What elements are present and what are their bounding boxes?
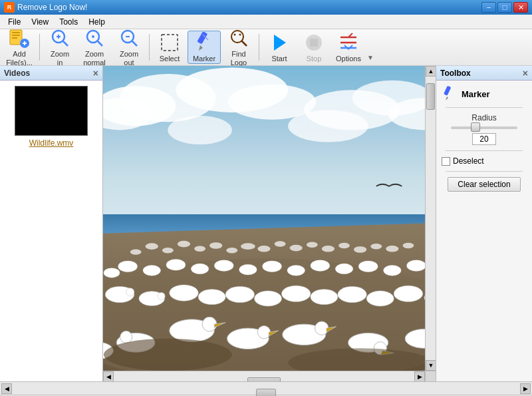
clear-selection-button[interactable]: Clear selection xyxy=(448,177,521,192)
v-scroll-down[interactable]: ▼ xyxy=(426,360,436,371)
minimize-button[interactable]: − xyxy=(481,2,496,13)
svg-point-64 xyxy=(130,249,142,254)
menu-bar: File View Tools Help xyxy=(0,15,532,29)
select-button[interactable]: Select xyxy=(153,31,186,64)
add-files-icon xyxy=(9,27,30,49)
radius-value[interactable]: 20 xyxy=(472,133,496,145)
zoom-in-button[interactable]: Zoom in xyxy=(43,31,76,64)
svg-point-49 xyxy=(162,248,174,253)
svg-point-88 xyxy=(255,291,282,306)
svg-point-58 xyxy=(307,242,318,248)
radius-slider[interactable] xyxy=(448,126,521,129)
videos-panel-close[interactable]: × xyxy=(93,69,98,78)
zoom-normal-icon xyxy=(84,27,105,49)
radius-label: Radius xyxy=(442,113,527,122)
deselect-label: Deselect xyxy=(453,156,484,166)
toolbox-title: Toolbox xyxy=(440,69,471,78)
v-scroll-up[interactable]: ▲ xyxy=(426,66,436,77)
marker-tool-icon xyxy=(442,86,458,102)
toolbox-divider xyxy=(446,107,522,108)
svg-point-23 xyxy=(239,33,241,35)
svg-rect-6 xyxy=(24,41,25,45)
svg-point-99 xyxy=(257,326,270,339)
svg-point-50 xyxy=(178,241,190,248)
svg-point-61 xyxy=(354,246,366,253)
slider-track xyxy=(451,126,517,129)
svg-rect-27 xyxy=(310,39,318,47)
svg-point-78 xyxy=(407,260,425,272)
toolbar: Add File(s)... Zoom in Zoom normal xyxy=(0,29,532,66)
video-item[interactable]: Wildlife.wmv xyxy=(0,81,102,153)
find-logo-button[interactable]: Find Logo xyxy=(222,31,255,64)
svg-point-65 xyxy=(403,243,414,248)
h-scrollbar[interactable]: ◀ ▶ xyxy=(103,371,425,381)
full-h-scroll[interactable]: ◀ ▶ xyxy=(0,381,532,395)
svg-line-10 xyxy=(63,41,68,46)
svg-point-63 xyxy=(386,246,398,252)
toolbox-divider-3 xyxy=(446,171,522,172)
zoom-in-icon xyxy=(49,27,70,49)
video-filename[interactable]: Wildlife.wmv xyxy=(29,138,74,148)
svg-point-54 xyxy=(241,243,255,250)
toolbar-sep-2 xyxy=(149,34,150,61)
h-scroll-left[interactable]: ◀ xyxy=(103,371,114,382)
maximize-button[interactable]: □ xyxy=(497,2,512,13)
start-icon xyxy=(269,32,290,53)
zoom-out-label: Zoom out xyxy=(120,50,138,67)
menu-help[interactable]: Help xyxy=(83,16,110,28)
svg-point-22 xyxy=(234,33,236,35)
options-label: Options xyxy=(336,55,361,63)
svg-marker-19 xyxy=(199,45,203,51)
v-scroll-thumb[interactable] xyxy=(426,83,435,110)
toolbox-header: Toolbox × xyxy=(436,66,532,81)
svg-point-43 xyxy=(168,116,231,144)
svg-point-84 xyxy=(158,292,165,299)
canvas-area[interactable]: ▲ ▼ ◀ ▶ xyxy=(103,66,436,381)
toolbar-sep-3 xyxy=(259,34,259,61)
zoom-normal-button[interactable]: Zoom normal xyxy=(78,31,111,64)
svg-point-87 xyxy=(225,286,254,302)
svg-point-89 xyxy=(282,286,311,301)
select-label: Select xyxy=(160,55,180,63)
svg-marker-25 xyxy=(274,35,286,51)
v-scroll-track xyxy=(426,77,436,360)
full-h-right[interactable]: ▶ xyxy=(520,383,531,394)
svg-point-113 xyxy=(104,339,232,371)
svg-point-59 xyxy=(322,246,334,252)
v-scrollbar[interactable]: ▲ ▼ xyxy=(425,66,436,371)
zoom-out-button[interactable]: Zoom out xyxy=(112,31,146,64)
close-button[interactable]: ✕ xyxy=(513,2,528,13)
svg-point-76 xyxy=(358,261,378,272)
options-button[interactable]: Options xyxy=(332,31,365,64)
title-bar: R Remove Logo Now! − □ ✕ xyxy=(0,0,532,15)
add-files-button[interactable]: Add File(s)... xyxy=(3,31,36,64)
svg-rect-2 xyxy=(12,35,20,36)
toolbox-close-btn[interactable]: × xyxy=(523,68,528,79)
svg-point-13 xyxy=(92,35,94,38)
svg-point-72 xyxy=(263,261,282,272)
marker-button[interactable]: Marker xyxy=(188,31,221,64)
svg-rect-1 xyxy=(12,32,20,33)
start-button[interactable]: Start xyxy=(263,31,296,64)
app-icon: R xyxy=(4,2,15,13)
menu-file[interactable]: File xyxy=(3,16,26,28)
slider-thumb[interactable] xyxy=(471,122,480,132)
full-h-left[interactable]: ◀ xyxy=(1,383,12,394)
h-scroll-right[interactable]: ▶ xyxy=(414,371,425,382)
select-icon xyxy=(159,32,180,53)
find-logo-label: Find Logo xyxy=(231,50,247,67)
svg-point-91 xyxy=(338,286,366,302)
stop-button[interactable]: Stop xyxy=(297,31,331,64)
full-h-thumb[interactable] xyxy=(256,389,276,397)
toolbox-divider-2 xyxy=(446,150,522,151)
menu-view[interactable]: View xyxy=(26,16,54,28)
toolbar-expand-btn[interactable]: ▼ xyxy=(366,31,374,64)
deselect-checkbox[interactable] xyxy=(442,157,450,166)
menu-tools[interactable]: Tools xyxy=(54,16,83,28)
svg-point-48 xyxy=(146,243,158,250)
zoom-out-icon xyxy=(118,27,140,49)
svg-point-55 xyxy=(257,246,270,252)
window-controls: − □ ✕ xyxy=(481,2,528,13)
videos-panel-header: Videos × xyxy=(0,66,102,81)
add-files-label: Add File(s)... xyxy=(6,50,33,67)
